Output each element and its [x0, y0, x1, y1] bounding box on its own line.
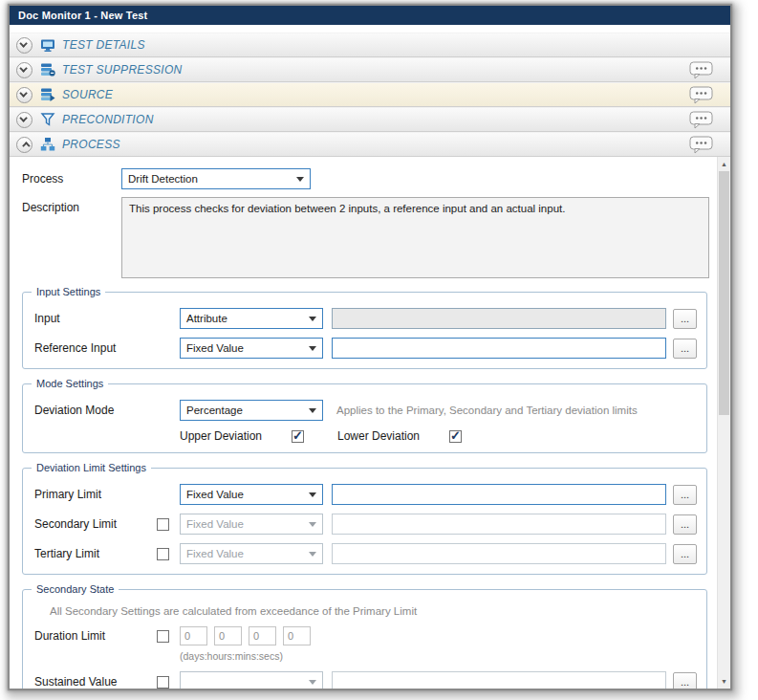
- deviation-mode-hint: Applies to the Primary, Secondary and Te…: [336, 405, 638, 416]
- duration-mins-field[interactable]: 0: [249, 626, 276, 645]
- primary-limit-field[interactable]: [332, 484, 666, 505]
- duration-limit-checkbox[interactable]: [157, 630, 169, 643]
- secondary-limit-label: Secondary Limit: [34, 517, 157, 531]
- lower-deviation-label: Lower Deviation: [337, 429, 449, 443]
- section-title: PROCESS: [62, 138, 120, 151]
- description-box: This process checks for deviation betwee…: [121, 197, 709, 278]
- section-header-source[interactable]: SOURCE: [10, 82, 730, 107]
- suppression-icon: [39, 62, 55, 77]
- process-panel: Process Drift Detection Description This…: [10, 157, 717, 689]
- tertiary-limit-label: Tertiary Limit: [34, 547, 157, 560]
- comment-icon[interactable]: [689, 111, 714, 129]
- secondary-limit-browse-button[interactable]: ...: [673, 514, 697, 535]
- deviation-limit-settings-group: Deviation Limit Settings Primary Limit F…: [22, 468, 707, 575]
- process-label: Process: [22, 172, 121, 186]
- upper-deviation-label: Upper Deviation: [180, 429, 292, 443]
- input-value-field[interactable]: [332, 308, 666, 329]
- scroll-down-arrow-icon[interactable]: [718, 674, 730, 689]
- section-title: TEST DETAILS: [62, 38, 145, 52]
- duration-days-field[interactable]: 0: [180, 626, 207, 645]
- dropdown-arrow-icon: [303, 312, 322, 325]
- tertiary-limit-checkbox[interactable]: [157, 548, 169, 560]
- reference-browse-button[interactable]: ...: [673, 339, 697, 359]
- input-settings-group: Input Settings Input Attribute ... Refer…: [22, 292, 707, 369]
- window-title: Doc Monitor 1 - New Test: [18, 10, 147, 21]
- dropdown-arrow-icon: [303, 488, 322, 501]
- vertical-scrollbar[interactable]: [717, 157, 730, 689]
- tertiary-limit-field[interactable]: [332, 543, 666, 564]
- input-label: Input: [34, 312, 180, 325]
- monitor-icon: [39, 37, 55, 53]
- deviation-mode-select[interactable]: Percentage: [180, 400, 323, 421]
- chevron-down-icon[interactable]: [16, 112, 32, 128]
- section-header-precondition[interactable]: PRECONDITION: [10, 107, 730, 132]
- tertiary-limit-browse-button[interactable]: ...: [673, 544, 697, 564]
- sustained-value-field[interactable]: [332, 671, 666, 689]
- input-browse-button[interactable]: ...: [673, 309, 697, 329]
- dropdown-arrow-icon: [303, 341, 322, 355]
- scrollbar-thumb[interactable]: [719, 171, 729, 415]
- sustained-value-checkbox[interactable]: [157, 676, 169, 689]
- scrollbar-track[interactable]: [718, 415, 730, 674]
- chevron-down-icon[interactable]: [16, 62, 32, 78]
- source-icon: [39, 87, 55, 102]
- dropdown-arrow-icon: [303, 404, 322, 417]
- duration-limit-label: Duration Limit: [34, 629, 157, 643]
- reference-type-select[interactable]: Fixed Value: [180, 338, 323, 359]
- section-title: SOURCE: [62, 88, 113, 101]
- secondary-state-group: Secondary State All Secondary Settings a…: [22, 589, 707, 689]
- dropdown-arrow-icon: [303, 517, 322, 531]
- title-bar: Doc Monitor 1 - New Test: [10, 6, 730, 25]
- duration-secs-field[interactable]: 0: [283, 626, 311, 645]
- sustained-value-type-select[interactable]: [180, 671, 323, 689]
- group-legend: Deviation Limit Settings: [32, 462, 151, 473]
- lower-deviation-checkbox[interactable]: [449, 430, 462, 443]
- sustained-value-browse-button[interactable]: ...: [673, 672, 697, 689]
- secondary-limit-type-select[interactable]: Fixed Value: [180, 514, 323, 535]
- tertiary-limit-type-select[interactable]: Fixed Value: [180, 543, 323, 564]
- primary-limit-browse-button[interactable]: ...: [673, 485, 697, 505]
- group-legend: Input Settings: [32, 286, 105, 297]
- deviation-mode-label: Deviation Mode: [34, 404, 180, 417]
- title-gap: [10, 25, 730, 33]
- upper-deviation-checkbox[interactable]: [292, 430, 304, 443]
- reference-value-field[interactable]: [332, 338, 666, 359]
- section-header-test-details[interactable]: TEST DETAILS: [10, 33, 730, 57]
- primary-limit-label: Primary Limit: [34, 488, 157, 501]
- dropdown-arrow-icon: [291, 172, 310, 186]
- secondary-limit-field[interactable]: [332, 514, 666, 535]
- app-window: Doc Monitor 1 - New Test TEST DETAILS TE…: [9, 5, 731, 689]
- secondary-limit-checkbox[interactable]: [157, 518, 169, 531]
- process-icon: [39, 137, 55, 152]
- section-title: TEST SUPPRESSION: [62, 63, 183, 77]
- group-legend: Mode Settings: [32, 378, 108, 389]
- section-title: PRECONDITION: [62, 113, 154, 126]
- section-header-process[interactable]: PROCESS: [10, 132, 730, 157]
- comment-icon[interactable]: [689, 136, 714, 154]
- mode-settings-group: Mode Settings Deviation Mode Percentage …: [22, 383, 707, 453]
- sustained-value-label: Sustained Value: [34, 675, 157, 689]
- scroll-up-arrow-icon[interactable]: [718, 157, 730, 171]
- primary-limit-type-select[interactable]: Fixed Value: [180, 484, 323, 505]
- chevron-down-icon[interactable]: [16, 87, 32, 103]
- comment-icon[interactable]: [689, 61, 714, 79]
- reference-input-label: Reference Input: [34, 341, 180, 355]
- section-header-test-suppression[interactable]: TEST SUPPRESSION: [10, 57, 730, 82]
- secondary-state-hint: All Secondary Settings are calculated fr…: [50, 605, 697, 617]
- funnel-icon: [39, 112, 55, 127]
- duration-format-hint: (days:hours:mins:secs): [180, 650, 697, 662]
- dropdown-arrow-icon: [303, 547, 322, 560]
- chevron-down-icon[interactable]: [16, 37, 32, 54]
- duration-hours-field[interactable]: 0: [214, 626, 242, 645]
- process-select[interactable]: Drift Detection: [121, 168, 311, 189]
- comment-icon[interactable]: [689, 86, 714, 104]
- chevron-up-icon[interactable]: [16, 137, 32, 153]
- description-label: Description: [22, 197, 121, 214]
- group-legend: Secondary State: [32, 583, 119, 595]
- dropdown-arrow-icon: [303, 675, 322, 689]
- input-type-select[interactable]: Attribute: [180, 308, 323, 329]
